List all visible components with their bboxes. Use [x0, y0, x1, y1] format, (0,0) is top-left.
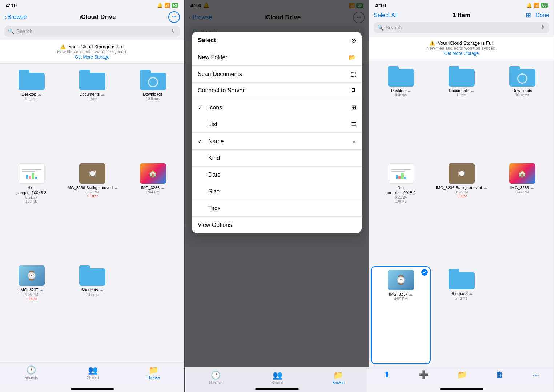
menu-name-label: ✓ Name — [198, 138, 224, 145]
menu-item-connect[interactable]: Connect to Server 🖥 — [192, 83, 362, 99]
menu-item-icons[interactable]: ✓ Icons ⊞ — [192, 99, 362, 116]
connect-label-text: Connect to Server — [198, 87, 245, 94]
back-button-1[interactable]: ‹ Browse — [4, 14, 27, 20]
file-name-shortcuts-1: Shortcuts ☁ — [81, 287, 103, 292]
file-item-img3236-3[interactable]: 🏠 IMG_3236 ☁ 3:44 PM — [492, 160, 552, 266]
menu-item-tags[interactable]: ✓ Tags — [192, 200, 362, 217]
search-bar-3[interactable]: 🔍 Search 🎙 — [374, 22, 549, 33]
back-label-1: Browse — [7, 14, 27, 20]
menu-new-folder-label: New Folder — [198, 54, 228, 61]
tab-browse-1[interactable]: 📁 Browse — [148, 365, 160, 380]
folder-action-icon[interactable]: 📁 — [457, 370, 467, 380]
menu-item-view-options[interactable]: View Options — [192, 217, 362, 233]
icons-grid-icon: ⊞ — [351, 104, 356, 111]
menu-item-name[interactable]: ✓ Name ∧ — [192, 133, 362, 150]
done-button[interactable]: Done — [535, 12, 549, 19]
file-name-colorful-3: IMG_3236 ☁ — [510, 185, 534, 190]
file-thumb-plate-1: 🍽️ — [79, 163, 105, 184]
file-grid-3: Desktop ☁ 0 Items Documents ☁ 1 Item Dow… — [369, 60, 554, 367]
file-item-desktop-3[interactable]: Desktop ☁ 0 Items — [371, 63, 431, 160]
file-item-downloads-3[interactable]: Downloads 10 Items — [492, 63, 552, 160]
warning-icon-1: ⚠️ — [60, 44, 66, 49]
file-name-desktop-3: Desktop ☁ — [391, 88, 410, 93]
shared-icon-1: 👥 — [88, 365, 98, 375]
file-item-downloads-1[interactable]: Downloads 10 Items — [123, 67, 183, 160]
file-meta-plate-1: 3:52 PM — [85, 190, 99, 194]
tab-label-browse-2: Browse — [332, 381, 344, 385]
folder-icon-shortcuts-1 — [79, 265, 105, 286]
menu-item-new-folder[interactable]: New Folder 📂 — [192, 49, 362, 66]
home-indicator-3 — [440, 388, 483, 390]
bell-icon-3: 🔔 — [526, 3, 532, 8]
nav-right-3: ⊞ Done — [526, 11, 549, 19]
panel-2: 4:10 🔔 📶 69 ‹ Browse iCloud Drive ··· 🔍 … — [185, 0, 369, 392]
nav-title-1: iCloud Drive — [27, 13, 168, 21]
file-name-documents-3: Documents ☁ — [449, 88, 474, 93]
tab-recents-2[interactable]: 🕐 Recents — [209, 371, 222, 385]
mic-icon-1: 🎙 — [171, 28, 176, 34]
trash-action-icon[interactable]: 🗑 — [496, 370, 504, 380]
add-action-icon[interactable]: ➕ — [419, 370, 429, 380]
shared-icon-2: 👥 — [273, 371, 282, 380]
tab-browse-2[interactable]: 📁 Browse — [332, 371, 344, 385]
file-item-doc-3[interactable]: file-sample_100kB 2 8/21/24 100 KB — [371, 160, 431, 266]
file-item-documents-1[interactable]: Documents ☁ 1 Item — [62, 67, 122, 160]
file-item-shortcuts-1[interactable]: Shortcuts ☁ 2 Items — [62, 263, 122, 359]
tags-label-text: Tags — [208, 205, 221, 212]
more-action-icon[interactable]: ··· — [533, 370, 539, 380]
menu-view-options-label: View Options — [198, 222, 232, 228]
menu-scan-label: Scan Documents — [198, 71, 242, 77]
file-meta-watch-3: 4:05 PM — [394, 297, 408, 301]
panel-3: 4:10 🔔 📶 69 Select All 1 Item ⊞ Done 🔍 S… — [369, 0, 554, 392]
file-thumb-colorful-1: 🏠 — [140, 163, 166, 184]
item-count-3: 1 Item — [398, 12, 526, 19]
menu-connect-label: Connect to Server — [198, 87, 245, 94]
tab-label-browse-1: Browse — [148, 376, 160, 380]
file-item-doc-1[interactable]: file-sample_100kB 2 8/21/24 100 KB — [1, 160, 61, 262]
file-item-desktop-1[interactable]: Desktop ☁ 0 Items — [1, 67, 61, 160]
tab-shared-2[interactable]: 👥 Shared — [272, 371, 283, 385]
folder-icon-documents-1 — [79, 70, 105, 90]
file-meta-shortcuts-3: 2 Items — [455, 296, 467, 300]
select-all-button[interactable]: Select All — [374, 12, 398, 19]
file-meta-plate-3: 3:52 PM — [455, 190, 468, 194]
file-item-img3237-1[interactable]: ⌚ IMG_3237 ☁ 4:05 PM ↑ Error — [1, 263, 61, 359]
file-name-shortcuts-3: Shortcuts ☁ — [450, 291, 473, 296]
tab-recents-1[interactable]: 🕐 Recents — [24, 365, 38, 380]
wifi-icon-1: 📶 — [164, 3, 170, 8]
file-item-shortcuts-3[interactable]: Shortcuts ☁ 2 Items — [431, 266, 491, 364]
menu-item-kind[interactable]: ✓ Kind — [192, 150, 362, 167]
file-name-desktop-1: Desktop ☁ — [21, 92, 41, 97]
banner-sub-3: New files and edits won't be synced. — [375, 46, 548, 51]
folder-icon-shortcuts-3 — [449, 269, 475, 289]
file-item-documents-3[interactable]: Documents ☁ 1 Item — [431, 63, 491, 160]
bell-icon-1: 🔔 — [157, 3, 163, 8]
file-item-img3236bg-1[interactable]: 🍽️ IMG_3236 Backg...moved ☁ 3:52 PM ↑ Er… — [62, 160, 122, 262]
menu-item-list[interactable]: ✓ List ☰ — [192, 116, 362, 133]
menu-kind-label: ✓ Kind — [198, 155, 220, 161]
date-label-text: Date — [208, 172, 221, 178]
panel-1: 4:10 🔔 📶 69 ‹ Browse iCloud Drive ··· 🔍 … — [0, 0, 185, 392]
chevron-up-icon: ∧ — [352, 139, 356, 144]
menu-item-select[interactable]: Select ⊙ — [192, 32, 362, 49]
menu-item-date[interactable]: ✓ Date — [192, 167, 362, 183]
share-action-icon[interactable]: ⬆ — [384, 370, 390, 380]
scan-icon: ⬚ — [350, 71, 356, 77]
tab-shared-1[interactable]: 👥 Shared — [87, 365, 99, 380]
tab-label-shared-1: Shared — [87, 376, 99, 380]
more-button-1[interactable]: ··· — [168, 11, 180, 23]
file-item-img3237-3[interactable]: ⌚ ✓ IMG_3237 ☁ 4:05 PM — [371, 266, 431, 364]
banner-link-3[interactable]: Get More Storage — [375, 51, 548, 56]
search-bar-1[interactable]: 🔍 Search 🎙 — [4, 26, 180, 37]
action-bar-3: ⬆ ➕ 📁 🗑 ··· — [369, 367, 554, 387]
icloud-banner-1: ⚠️ Your iCloud Storage is Full New files… — [0, 40, 184, 64]
banner-link-1[interactable]: Get More Storage — [6, 55, 178, 60]
file-item-img3236bg-3[interactable]: 🍽️ IMG_3236 Backg...moved ☁ 3:52 PM ↑ Er… — [431, 160, 491, 266]
file-error-plate-3: ↑ Error — [456, 194, 467, 198]
grid-icon-3[interactable]: ⊞ — [526, 11, 531, 19]
nav-bar-1: ‹ Browse iCloud Drive ··· — [0, 10, 184, 26]
file-item-img3236-1[interactable]: 🏠 IMG_3236 ☁ 3:44 PM — [123, 160, 183, 262]
menu-item-size[interactable]: ✓ Size — [192, 183, 362, 200]
menu-item-scan[interactable]: Scan Documents ⬚ — [192, 66, 362, 83]
mic-icon-3: 🎙 — [541, 25, 546, 31]
